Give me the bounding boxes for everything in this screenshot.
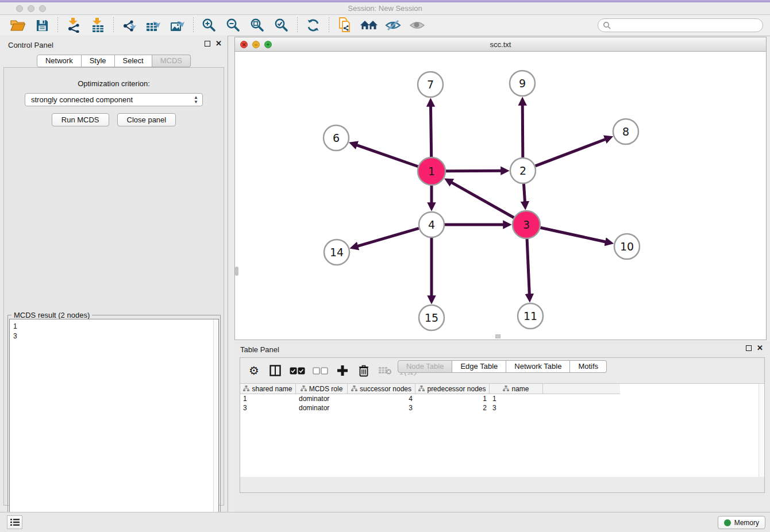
svg-text:8: 8 <box>622 125 629 138</box>
network-window-titlebar[interactable]: ✕ − + scc.txt <box>235 37 766 52</box>
search-icon <box>603 21 611 29</box>
float-table-panel-icon[interactable] <box>746 345 752 351</box>
close-panel-icon[interactable]: ✕ <box>215 40 222 47</box>
criterion-dropdown[interactable]: strongly connected component ▲▼ <box>25 93 203 106</box>
import-network-button[interactable] <box>64 17 83 34</box>
graph-node-6[interactable]: 6 <box>324 125 349 151</box>
export-table-icon <box>145 18 161 33</box>
save-session-button[interactable] <box>33 17 51 34</box>
svg-text:1: 1 <box>428 165 435 178</box>
network-canvas[interactable]: 1234678910111415 <box>235 52 766 340</box>
window-titlebar: Session: New Session <box>0 0 770 15</box>
toolbar-separator <box>193 17 194 33</box>
network-graph: 1234678910111415 <box>235 52 766 340</box>
zoom-in-button[interactable] <box>200 17 218 34</box>
graph-node-8[interactable]: 8 <box>613 119 638 144</box>
network-vertical-scroll-thumb[interactable] <box>235 267 238 276</box>
graph-edge-3-1[interactable] <box>452 183 514 218</box>
result-scrollbar[interactable] <box>213 319 218 532</box>
graph-node-4[interactable]: 4 <box>419 212 444 237</box>
zoom-fit-button[interactable] <box>248 17 267 34</box>
import-table-icon <box>90 18 105 33</box>
export-network-icon <box>122 18 137 33</box>
list-icon <box>10 518 20 526</box>
search-field[interactable] <box>598 18 763 32</box>
graph-node-11[interactable]: 11 <box>518 303 543 329</box>
eye-icon <box>409 19 426 32</box>
table-tabs: Node Table Edge Table Network Table Moti… <box>234 360 770 509</box>
graph-edge-4-14[interactable] <box>357 228 418 246</box>
close-panel-button[interactable]: Close panel <box>117 113 176 126</box>
close-table-panel-icon[interactable]: ✕ <box>757 345 763 352</box>
graph-node-7[interactable]: 7 <box>418 72 443 97</box>
control-panel: Control Panel ✕ Network Style Select MCD… <box>0 36 228 512</box>
svg-text:2: 2 <box>519 164 526 177</box>
memory-button[interactable]: Memory <box>718 516 765 529</box>
export-image-button[interactable] <box>168 17 187 34</box>
graph-edge-3-10[interactable] <box>540 228 605 242</box>
graph-edge-1-2[interactable] <box>446 171 501 171</box>
copy-network-button[interactable] <box>336 17 354 34</box>
tab-edge-table[interactable]: Edge Table <box>452 360 506 373</box>
import-network-icon <box>66 18 81 33</box>
graph-edge-2-9[interactable] <box>522 105 523 157</box>
mcds-result-text[interactable]: 1 3 <box>9 319 219 532</box>
svg-text:7: 7 <box>427 78 434 91</box>
refresh-view-button[interactable] <box>304 17 322 34</box>
criterion-value: strongly connected component <box>31 95 133 104</box>
graph-edge-1-7[interactable] <box>431 106 432 157</box>
dropdown-stepper-icon: ▲▼ <box>194 95 198 105</box>
graph-node-1[interactable]: 1 <box>418 157 445 185</box>
task-history-button[interactable] <box>7 515 22 529</box>
network-horizontal-scroll-thumb[interactable] <box>495 334 500 338</box>
tab-network-table[interactable]: Network Table <box>506 360 570 373</box>
float-panel-icon[interactable] <box>205 41 210 47</box>
tab-mcds[interactable]: MCDS <box>152 55 191 67</box>
show-all-button[interactable] <box>408 17 426 34</box>
graph-edge-2-8[interactable] <box>536 139 606 165</box>
zoom-out-button[interactable] <box>224 17 242 34</box>
graph-node-10[interactable]: 10 <box>614 234 640 259</box>
tab-select[interactable]: Select <box>115 55 152 67</box>
zoom-selected-button[interactable] <box>272 17 291 34</box>
table-panel: Table Panel ✕ ⚙ <box>234 341 770 512</box>
search-input[interactable] <box>613 21 763 30</box>
export-table-button[interactable] <box>144 17 163 34</box>
open-session-button[interactable] <box>9 17 27 34</box>
graph-node-9[interactable]: 9 <box>510 71 535 96</box>
memory-label: Memory <box>734 519 759 527</box>
graph-node-14[interactable]: 14 <box>324 240 349 265</box>
export-network-button[interactable] <box>120 17 138 34</box>
zoom-in-icon <box>202 18 217 33</box>
svg-text:4: 4 <box>428 218 435 231</box>
graph-edge-3-11[interactable] <box>527 239 529 294</box>
eye-slash-icon <box>384 18 402 32</box>
status-bar: Memory <box>0 512 770 532</box>
table-panel-title: Table Panel <box>240 345 279 354</box>
graph-node-3[interactable]: 3 <box>513 211 540 238</box>
run-mcds-button[interactable]: Run MCDS <box>52 113 109 126</box>
tab-network[interactable]: Network <box>37 55 82 67</box>
import-table-button[interactable] <box>88 17 107 34</box>
open-folder-icon <box>10 18 26 32</box>
optimization-criterion-label: Optimization criterion: <box>4 79 224 88</box>
tab-motifs[interactable]: Motifs <box>570 360 607 373</box>
graph-edge-1-6[interactable] <box>357 145 418 167</box>
mcds-result-group: MCDS result (2 nodes) 1 3 <box>7 315 221 532</box>
copy-network-icon <box>337 17 352 33</box>
tab-node-table[interactable]: Node Table <box>398 360 453 373</box>
export-image-icon <box>170 18 186 33</box>
graph-node-2[interactable]: 2 <box>510 158 536 183</box>
svg-text:9: 9 <box>519 77 526 90</box>
graph-node-15[interactable]: 15 <box>419 305 444 330</box>
hide-selected-button[interactable] <box>384 17 402 34</box>
result-line: 1 <box>13 322 215 331</box>
toolbar-separator <box>297 17 298 33</box>
svg-text:15: 15 <box>425 311 438 324</box>
graph-edge-2-3[interactable] <box>523 184 525 202</box>
toolbar-separator <box>329 17 329 33</box>
open-home-button[interactable] <box>360 17 378 34</box>
save-floppy-icon <box>36 19 49 32</box>
toolbar-separator <box>57 17 58 33</box>
tab-style[interactable]: Style <box>82 55 115 67</box>
